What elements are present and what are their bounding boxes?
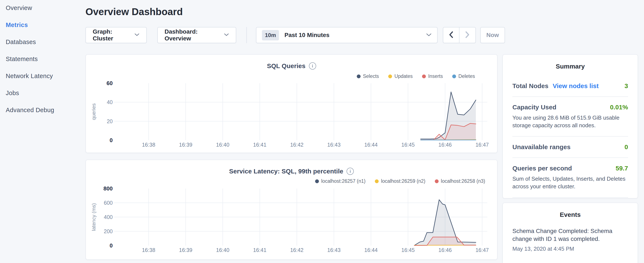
summary-row-unavailable: Unavailable ranges 0 <box>512 143 628 151</box>
chevron-down-icon <box>426 33 432 37</box>
sidebar-nav: Overview Metrics Databases Statements Ne… <box>0 0 86 119</box>
svg-text:16:46: 16:46 <box>438 142 452 148</box>
svg-text:16:38: 16:38 <box>142 247 156 253</box>
divider <box>512 96 628 97</box>
svg-text:60: 60 <box>106 80 113 86</box>
next-time-button[interactable] <box>460 28 476 43</box>
unavailable-ranges-label: Unavailable ranges <box>512 143 570 151</box>
summary-row-capacity: Capacity Used 0.01% <box>512 104 628 111</box>
time-window-label: Past 10 Minutes <box>284 32 330 39</box>
svg-text:16:39: 16:39 <box>179 142 192 148</box>
events-panel: Events Schema Change Completed: Schema c… <box>502 203 638 263</box>
capacity-used-description: You are using 28.6 MiB of 515.9 GiB usab… <box>512 114 628 129</box>
dashboard-dropdown-label: Dashboard: Overview <box>164 28 220 42</box>
svg-text:16:47: 16:47 <box>476 142 489 148</box>
summary-title: Summary <box>512 63 628 70</box>
event-message[interactable]: Schema Change Completed: Schema change w… <box>512 227 628 243</box>
queries-per-second-label: Queries per second <box>512 165 572 172</box>
svg-text:20: 20 <box>107 118 113 124</box>
sidebar-item-network-latency[interactable]: Network Latency <box>0 68 86 85</box>
service-latency-chart-card: Service Latency: SQL, 99th percentile i … <box>86 160 498 260</box>
svg-text:latency (ms): latency (ms) <box>91 203 96 231</box>
view-nodes-list-link[interactable]: View nodes list <box>552 82 598 90</box>
graph-dropdown[interactable]: Graph: Cluster <box>86 27 147 43</box>
svg-text:16:43: 16:43 <box>327 142 340 148</box>
svg-text:16:45: 16:45 <box>402 247 415 253</box>
controls-row: Graph: Cluster Dashboard: Overview 10m P… <box>86 27 505 43</box>
controls-divider <box>246 27 247 43</box>
svg-text:0: 0 <box>110 137 113 143</box>
chevron-down-icon <box>224 33 229 37</box>
capacity-used-value: 0.01% <box>610 104 628 111</box>
time-range-selector[interactable]: 10m Past 10 Minutes <box>256 27 438 43</box>
svg-text:queries: queries <box>91 103 96 120</box>
svg-text:16:39: 16:39 <box>179 247 192 253</box>
svg-text:16:41: 16:41 <box>253 247 266 253</box>
page-title: Overview Dashboard <box>86 6 183 18</box>
summary-row-qps: Queries per second 59.7 <box>512 165 628 172</box>
graph-dropdown-label: Graph: Cluster <box>93 28 130 42</box>
time-window-badge: 10m <box>262 30 279 41</box>
sidebar-item-metrics[interactable]: Metrics <box>0 16 86 34</box>
chevron-left-icon <box>449 31 454 39</box>
svg-text:16:41: 16:41 <box>253 142 266 148</box>
svg-text:16:44: 16:44 <box>364 247 378 253</box>
queries-per-second-value: 59.7 <box>616 165 628 172</box>
events-title: Events <box>512 211 628 218</box>
svg-text:16:42: 16:42 <box>290 247 304 253</box>
svg-text:600: 600 <box>104 200 113 206</box>
divider <box>512 136 628 137</box>
svg-text:200: 200 <box>104 228 113 234</box>
sql-queries-chart-card: SQL Queries i SelectsUpdatesInsertsDelet… <box>86 54 498 153</box>
summary-panel: Summary Total Nodes View nodes list 3 Ca… <box>502 54 638 198</box>
capacity-used-label: Capacity Used <box>512 104 556 111</box>
divider <box>512 197 628 198</box>
sidebar-item-overview[interactable]: Overview <box>0 0 86 16</box>
svg-text:16:40: 16:40 <box>216 247 230 253</box>
svg-text:16:43: 16:43 <box>327 247 340 253</box>
chevron-right-icon <box>465 31 470 39</box>
unavailable-ranges-value: 0 <box>624 143 628 151</box>
svg-text:16:47: 16:47 <box>476 247 489 253</box>
db-console-page: Overview Metrics Databases Statements Ne… <box>0 0 644 263</box>
divider <box>512 157 628 158</box>
sidebar-item-advanced-debug[interactable]: Advanced Debug <box>0 102 86 119</box>
svg-text:16:46: 16:46 <box>438 247 452 253</box>
total-nodes-label: Total Nodes <box>512 82 548 90</box>
event-timestamp: May 13, 2020 at 4:45 PM <box>512 245 628 252</box>
sidebar-item-statements[interactable]: Statements <box>0 51 86 68</box>
svg-text:16:40: 16:40 <box>216 142 230 148</box>
svg-text:16:44: 16:44 <box>364 142 378 148</box>
sql-queries-chart-plot[interactable]: 16:3816:3916:4016:4116:4216:4316:4416:45… <box>86 55 498 153</box>
sidebar-item-jobs[interactable]: Jobs <box>0 85 86 102</box>
chevron-down-icon <box>134 33 140 37</box>
sidebar-item-databases[interactable]: Databases <box>0 34 86 51</box>
svg-text:0: 0 <box>110 242 113 249</box>
svg-text:16:42: 16:42 <box>290 142 304 148</box>
now-button-label: Now <box>486 32 499 39</box>
svg-text:800: 800 <box>104 185 113 192</box>
prev-time-button[interactable] <box>443 28 460 43</box>
time-step-buttons <box>443 27 476 43</box>
svg-text:16:45: 16:45 <box>402 142 415 148</box>
queries-per-second-description: Sum of Selects, Updates, Inserts, and De… <box>512 175 628 190</box>
service-latency-chart-plot[interactable]: 16:3816:3916:4016:4116:4216:4316:4416:45… <box>86 160 498 260</box>
summary-row-total-nodes: Total Nodes View nodes list 3 <box>512 82 628 90</box>
now-button[interactable]: Now <box>480 27 505 43</box>
svg-text:40: 40 <box>107 99 113 105</box>
dashboard-dropdown[interactable]: Dashboard: Overview <box>157 27 236 43</box>
svg-text:16:38: 16:38 <box>142 142 156 148</box>
total-nodes-value: 3 <box>624 82 628 90</box>
svg-text:400: 400 <box>104 214 113 220</box>
